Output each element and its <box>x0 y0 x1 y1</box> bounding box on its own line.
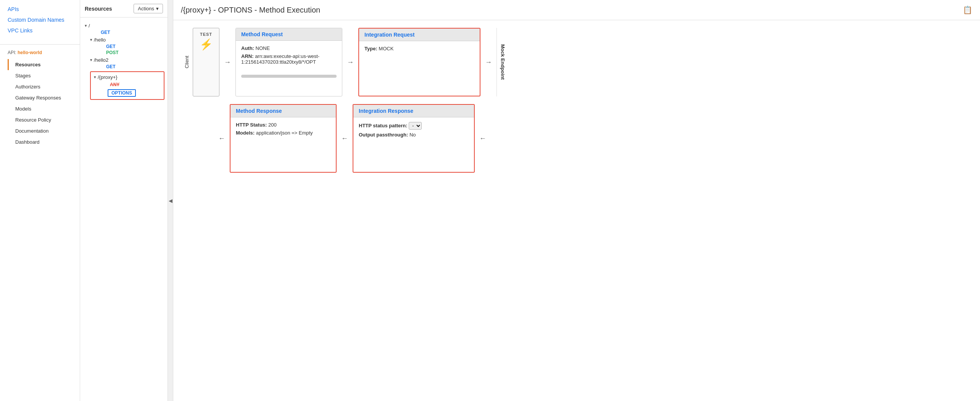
method-request-arn: ARN: arn:aws:execute-api:us-west-1:21561… <box>241 53 337 65</box>
resource-tree: ▾ / GET ▾ /hello GET POST <box>80 18 168 401</box>
hello-path-label: /hello <box>94 37 106 43</box>
integration-response-body: HTTP status pattern: - Output passthroug… <box>353 117 474 144</box>
arrow-icon-root: ▾ <box>85 23 87 28</box>
method-response-models: Models: application/json => Empty <box>236 130 330 136</box>
flow-bottom-row: ← Method Response HTTP Status: 200 Model… <box>181 104 972 173</box>
method-response-body: HTTP Status: 200 Models: application/jso… <box>230 117 336 143</box>
hello-methods: GET <box>96 43 164 50</box>
page-title: /{proxy+} - OPTIONS - Method Execution <box>181 6 320 14</box>
test-box[interactable]: TEST ⚡ <box>193 28 219 96</box>
arrow-right-1: → <box>219 58 235 66</box>
sidebar-item-documentation[interactable]: Documentation <box>8 125 72 136</box>
hello2-path-label: /hello2 <box>94 57 108 63</box>
api-name: hello-world <box>18 50 42 55</box>
integration-request-header: Integration Request <box>359 29 480 41</box>
arrow-icon-hello2: ▾ <box>90 58 92 63</box>
flow-top-row: Client TEST ⚡ → Method Request Auth: NON… <box>181 28 972 96</box>
http-status-pattern-select[interactable]: - <box>409 122 422 130</box>
sidebar-item-dashboard[interactable]: Dashboard <box>8 136 72 148</box>
method-request-body: Auth: NONE ARN: arn:aws:execute-api:us-w… <box>236 41 342 72</box>
arrow-right-2: → <box>342 58 358 66</box>
resources-panel-title: Resources <box>85 6 112 12</box>
method-request-box[interactable]: Method Request Auth: NONE ARN: arn:aws:e… <box>235 28 342 96</box>
sidebar-item-stages[interactable]: Stages <box>8 70 72 81</box>
hello-post: POST <box>96 50 164 56</box>
tree-item-root: ▾ / GET ▾ /hello GET POST <box>83 22 164 100</box>
client-label: Client <box>181 56 193 68</box>
tree-item-hello: ▾ /hello GET POST <box>89 36 164 56</box>
method-options-proxy[interactable]: OPTIONS <box>108 89 136 97</box>
method-response-header: Method Response <box>230 105 336 117</box>
root-path-label: / <box>89 23 90 29</box>
tree-path-hello[interactable]: ▾ /hello <box>89 36 164 43</box>
scrollbar-placeholder[interactable] <box>241 75 337 78</box>
tree-item-hello2: ▾ /hello2 GET <box>89 56 164 70</box>
test-bolt-icon: ⚡ <box>200 38 213 51</box>
proxy-box: ▾ /{proxy+} ANY OPTIONS <box>90 71 164 100</box>
book-icon: 📋 <box>963 5 972 14</box>
actions-label: Actions <box>138 6 154 11</box>
integration-request-box[interactable]: Integration Request Type: MOCK <box>358 28 480 96</box>
collapse-icon: ◀ <box>169 198 172 204</box>
sidebar-nav: Resources Stages Authorizers Gateway Res… <box>8 59 72 148</box>
sidebar-item-resources[interactable]: Resources <box>8 59 72 70</box>
sidebar-item-resource-policy[interactable]: Resource Policy <box>8 114 72 125</box>
sidebar-item-authorizers[interactable]: Authorizers <box>8 81 72 92</box>
integration-type: Type: MOCK <box>364 46 474 51</box>
tree-path-proxy[interactable]: ▾ /{proxy+} <box>92 74 162 81</box>
mock-endpoint-label: Mock Endpoint <box>496 28 509 96</box>
sidebar-item-custom-domain[interactable]: Custom Domain Names <box>8 17 72 23</box>
sidebar: APIs Custom Domain Names VPC Links API: … <box>0 0 80 401</box>
sidebar-item-gateway-responses[interactable]: Gateway Responses <box>8 92 72 103</box>
actions-button[interactable]: Actions ▾ <box>134 4 163 13</box>
integration-response-box[interactable]: Integration Response HTTP status pattern… <box>353 104 475 173</box>
root-methods: GET <box>91 29 164 35</box>
method-post-hello[interactable]: POST <box>104 50 121 56</box>
test-label: TEST <box>200 32 212 37</box>
proxy-path-label: /{proxy+} <box>98 74 118 80</box>
resources-panel: Resources Actions ▾ ▾ / GET ▾ /hello G <box>80 0 168 401</box>
method-get-hello2[interactable]: GET <box>104 64 118 70</box>
hello2-methods: GET <box>96 64 164 70</box>
integration-response-pattern: HTTP status pattern: - <box>359 122 469 130</box>
arrow-left-1: ← <box>214 135 230 143</box>
sidebar-item-vpc-links[interactable]: VPC Links <box>8 27 72 34</box>
method-any-proxy[interactable]: ANY <box>108 82 122 88</box>
panel-collapse-handle[interactable]: ◀ <box>168 0 173 401</box>
method-request-auth: Auth: NONE <box>241 45 337 51</box>
execution-flow: Client TEST ⚡ → Method Request Auth: NON… <box>173 20 980 401</box>
resources-header: Resources Actions ▾ <box>80 0 168 18</box>
actions-chevron-icon: ▾ <box>156 6 159 11</box>
api-label: API: hello-world <box>8 50 72 55</box>
method-response-box[interactable]: Method Response HTTP Status: 200 Models:… <box>230 104 337 173</box>
proxy-options: OPTIONS <box>100 89 162 97</box>
method-response-status: HTTP Status: 200 <box>236 122 330 128</box>
method-get-hello[interactable]: GET <box>104 43 118 50</box>
method-get-root[interactable]: GET <box>98 29 113 35</box>
sidebar-top-nav: APIs Custom Domain Names VPC Links <box>0 6 80 45</box>
api-section: API: hello-world Resources Stages Author… <box>0 45 80 148</box>
tree-item-proxy: ▾ /{proxy+} ANY OPTIONS <box>89 71 164 100</box>
integration-response-header: Integration Response <box>353 105 474 117</box>
tree-path-hello2[interactable]: ▾ /hello2 <box>89 56 164 64</box>
arrow-left-2: ← <box>337 135 353 143</box>
arrow-right-3: → <box>480 58 496 66</box>
integration-response-output: Output passthrough: No <box>359 132 469 138</box>
proxy-methods: ANY <box>100 82 162 88</box>
main-header: /{proxy+} - OPTIONS - Method Execution 📋 <box>173 0 980 20</box>
sidebar-item-models[interactable]: Models <box>8 103 72 114</box>
integration-request-body: Type: MOCK <box>359 41 480 58</box>
arrow-icon-proxy: ▾ <box>94 75 96 80</box>
tree-path-root[interactable]: ▾ / <box>83 22 164 29</box>
method-request-header: Method Request <box>236 28 342 41</box>
arrow-left-3: ← <box>475 135 491 143</box>
main-content: /{proxy+} - OPTIONS - Method Execution 📋… <box>173 0 980 401</box>
sidebar-item-apis[interactable]: APIs <box>8 6 72 12</box>
arrow-icon-hello: ▾ <box>90 37 92 42</box>
